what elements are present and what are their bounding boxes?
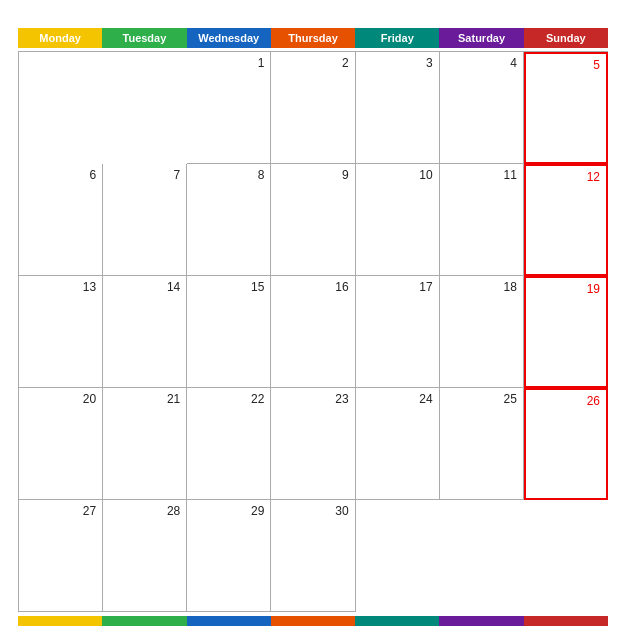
day-cell[interactable]: 20 [19,388,103,500]
bottom-bar-segment [187,616,271,626]
day-header-monday: Monday [18,28,102,48]
day-cell[interactable]: 6 [19,164,103,276]
day-cell[interactable]: 28 [103,500,187,612]
day-number: 22 [251,392,264,406]
bottom-bar-segment [524,616,608,626]
day-number: 3 [426,56,433,70]
day-cell[interactable] [19,52,103,164]
day-header-thursday: Thursday [271,28,355,48]
day-number: 17 [419,280,432,294]
day-cell[interactable]: 1 [187,52,271,164]
day-number: 29 [251,504,264,518]
day-number: 21 [167,392,180,406]
day-headers: MondayTuesdayWednesdayThursdayFridaySatu… [18,28,608,48]
calendar-grid: 1234567891011121314151617181920212223242… [18,51,608,612]
day-number: 24 [419,392,432,406]
day-cell[interactable] [440,500,524,612]
day-number: 25 [503,392,516,406]
day-header-sunday: Sunday [524,28,608,48]
day-number: 28 [167,504,180,518]
day-number: 23 [335,392,348,406]
day-cell[interactable]: 11 [440,164,524,276]
day-cell[interactable]: 5 [524,52,608,164]
day-number: 15 [251,280,264,294]
day-cell[interactable]: 21 [103,388,187,500]
day-cell[interactable]: 18 [440,276,524,388]
calendar: MondayTuesdayWednesdayThursdayFridaySatu… [0,0,626,626]
day-header-friday: Friday [355,28,439,48]
day-cell[interactable]: 29 [187,500,271,612]
day-number: 5 [593,58,600,72]
day-number: 27 [83,504,96,518]
day-cell[interactable]: 23 [271,388,355,500]
day-cell[interactable] [356,500,440,612]
day-cell[interactable]: 25 [440,388,524,500]
day-number: 30 [335,504,348,518]
bottom-bar [18,616,608,626]
day-cell[interactable]: 7 [103,164,187,276]
day-number: 18 [503,280,516,294]
day-cell[interactable]: 17 [356,276,440,388]
bottom-bar-segment [18,616,102,626]
day-cell[interactable]: 8 [187,164,271,276]
day-cell[interactable]: 30 [271,500,355,612]
day-cell[interactable]: 15 [187,276,271,388]
day-cell[interactable]: 2 [271,52,355,164]
day-number: 13 [83,280,96,294]
day-number: 4 [510,56,517,70]
day-cell[interactable] [103,52,187,164]
bottom-bar-segment [439,616,523,626]
day-cell[interactable]: 12 [524,164,608,276]
day-cell[interactable]: 26 [524,388,608,500]
bottom-bar-segment [102,616,186,626]
day-number: 2 [342,56,349,70]
day-number: 10 [419,168,432,182]
day-number: 8 [258,168,265,182]
day-header-tuesday: Tuesday [102,28,186,48]
day-number: 14 [167,280,180,294]
day-cell[interactable]: 4 [440,52,524,164]
day-number: 16 [335,280,348,294]
bottom-bar-segment [271,616,355,626]
day-number: 12 [587,170,600,184]
day-header-saturday: Saturday [439,28,523,48]
day-number: 9 [342,168,349,182]
bottom-bar-segment [355,616,439,626]
day-cell[interactable]: 24 [356,388,440,500]
day-number: 7 [174,168,181,182]
day-number: 19 [587,282,600,296]
day-cell[interactable]: 22 [187,388,271,500]
day-number: 1 [258,56,265,70]
day-number: 11 [503,168,516,182]
day-cell[interactable]: 16 [271,276,355,388]
day-cell[interactable]: 3 [356,52,440,164]
day-number: 26 [587,394,600,408]
day-number: 20 [83,392,96,406]
day-cell[interactable]: 9 [271,164,355,276]
day-cell[interactable]: 13 [19,276,103,388]
day-cell[interactable]: 14 [103,276,187,388]
day-header-wednesday: Wednesday [187,28,271,48]
day-cell[interactable] [524,500,608,612]
day-number: 6 [89,168,96,182]
day-cell[interactable]: 27 [19,500,103,612]
day-cell[interactable]: 10 [356,164,440,276]
day-cell[interactable]: 19 [524,276,608,388]
